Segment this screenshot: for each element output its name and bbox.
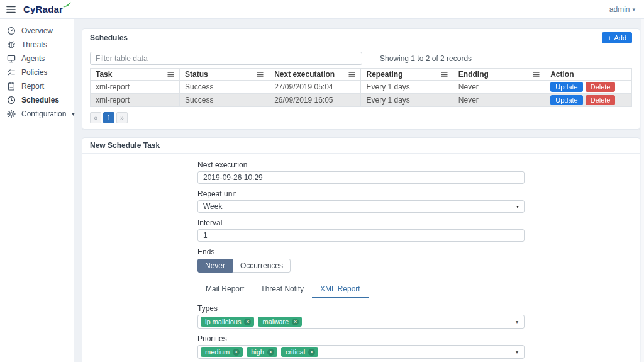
column-header-task[interactable]: Task [91,69,180,81]
delete-button[interactable]: Delete [586,95,616,105]
scrollbar-track[interactable] [641,19,644,362]
sidebar-item-label: Threats [21,41,47,49]
filter-input[interactable] [90,52,362,65]
sidebar-item-report[interactable]: Report [0,79,74,93]
column-menu-icon[interactable] [167,72,174,77]
column-header-next-executation[interactable]: Next executation [269,69,361,81]
tab-mail-report[interactable]: Mail Report [197,281,252,298]
sidebar-item-agents[interactable]: Agents [0,52,74,65]
sidebar-item-threats[interactable]: Threats [0,38,74,52]
types-multiselect[interactable]: ip malicious × malware × ▾ [197,315,525,329]
brand-logo[interactable]: CyRadar [23,4,69,14]
add-schedule-button[interactable]: + Add [602,32,632,43]
sidebar-item-overview[interactable]: Overview [0,24,74,38]
remove-tag-icon[interactable]: × [292,319,299,325]
sidebar: Overview Threats Agents Policies Report … [0,19,74,362]
table-header-row: Task Status Next executation Repeating E… [91,69,632,81]
clipboard-icon [7,82,16,91]
schedules-card-header: Schedules + Add [82,29,640,47]
topbar: CyRadar admin ▾ [0,0,644,19]
cell-next-execution: 26/09/2019 16:05 [269,94,361,107]
gauge-icon [7,26,16,35]
brand-text: CyRadar [23,4,63,14]
chevron-down-icon: ▾ [516,319,518,325]
gear-icon [7,110,16,118]
column-header-endding[interactable]: Endding [453,69,545,81]
user-menu[interactable]: admin ▾ [609,5,635,14]
remove-tag-icon[interactable]: × [267,349,274,356]
sidebar-item-configuration[interactable]: Configuration ▾ [0,107,74,121]
plus-icon: + [608,34,611,42]
repeat-unit-select[interactable]: Week ▾ [197,200,525,213]
priorities-multiselect[interactable]: medium × high × critical × ▾ [197,345,525,359]
sidebar-item-schedules[interactable]: Schedules [0,93,74,107]
tag-label: malware [262,318,289,325]
tab-threat-notify[interactable]: Threat Notify [252,281,312,298]
column-header-action: Action [545,69,632,81]
cell-ending: Never [453,81,545,94]
remove-tag-icon[interactable]: × [308,349,315,356]
next-execution-input[interactable] [197,171,525,184]
chevron-down-icon: ▾ [516,204,519,210]
repeat-unit-label: Repeat unit [197,189,525,198]
remove-tag-icon[interactable]: × [244,319,251,325]
sidebar-item-label: Overview [21,27,53,35]
type-tag: malware × [258,317,302,327]
new-schedule-card-header: New Schedule Task [82,138,640,154]
interval-input[interactable] [197,229,525,242]
ends-never-button[interactable]: Never [197,259,233,273]
records-count-text: Showing 1 to 2 of 2 records [380,54,472,63]
monitor-icon [7,54,16,63]
cell-task: xml-report [91,94,180,107]
sidebar-item-label: Schedules [21,96,59,105]
schedules-card-body: Showing 1 to 2 of 2 records Task Status … [82,47,640,129]
schedules-card-title: Schedules [90,33,128,42]
cell-repeating: Every 1 days [361,81,453,94]
table-row: xml-report Success 26/09/2019 16:05 Ever… [91,94,632,107]
pagination-prev-icon[interactable]: « [90,112,101,123]
new-schedule-card: New Schedule Task Next execution Repeat … [82,137,640,362]
update-button[interactable]: Update [550,95,582,105]
remove-tag-icon[interactable]: × [233,349,240,356]
chevron-down-icon: ▾ [632,6,635,13]
cell-status: Success [180,81,269,94]
ends-occurrences-button[interactable]: Occurrences [233,259,291,273]
bug-icon [7,40,16,49]
menu-toggle-icon[interactable] [6,6,16,13]
main-content: Schedules + Add Showing 1 to 2 of 2 reco… [74,19,644,362]
types-label: Types [197,304,525,313]
column-header-repeating[interactable]: Repeating [361,69,453,81]
sidebar-item-label: Configuration [21,110,66,118]
new-schedule-card-title: New Schedule Task [90,141,160,150]
cell-task: xml-report [91,81,180,94]
ends-label: Ends [197,247,525,256]
priority-tag: medium × [201,347,243,357]
filter-row: Showing 1 to 2 of 2 records [90,52,632,65]
delete-button[interactable]: Delete [586,82,616,92]
interval-label: Interval [197,218,525,227]
column-menu-icon[interactable] [348,72,355,77]
update-button[interactable]: Update [550,82,582,92]
column-menu-icon[interactable] [257,72,264,77]
priorities-label: Priorities [197,334,525,343]
column-menu-icon[interactable] [533,72,540,77]
priority-tag: high × [247,347,277,357]
pagination-next-icon[interactable]: » [116,112,128,123]
next-execution-label: Next execution [197,161,525,169]
type-tag: ip malicious × [201,317,254,327]
column-header-status[interactable]: Status [180,69,269,81]
brand-swoosh-icon [62,1,72,8]
pagination-page-1[interactable]: 1 [103,112,114,123]
schedules-table: Task Status Next executation Repeating E… [90,68,632,107]
cell-next-execution: 27/09/2019 05:04 [269,81,361,94]
topbar-left: CyRadar [6,4,69,14]
ends-toggle-group: Never Occurrences [197,259,291,273]
column-menu-icon[interactable] [441,72,448,77]
sidebar-item-label: Report [21,82,44,91]
clock-icon [7,96,16,105]
tab-xml-report[interactable]: XML Report [312,281,369,298]
sidebar-item-policies[interactable]: Policies [0,65,74,79]
sidebar-item-label: Policies [21,69,47,77]
tag-label: critical [286,348,305,356]
tag-label: high [251,348,264,356]
